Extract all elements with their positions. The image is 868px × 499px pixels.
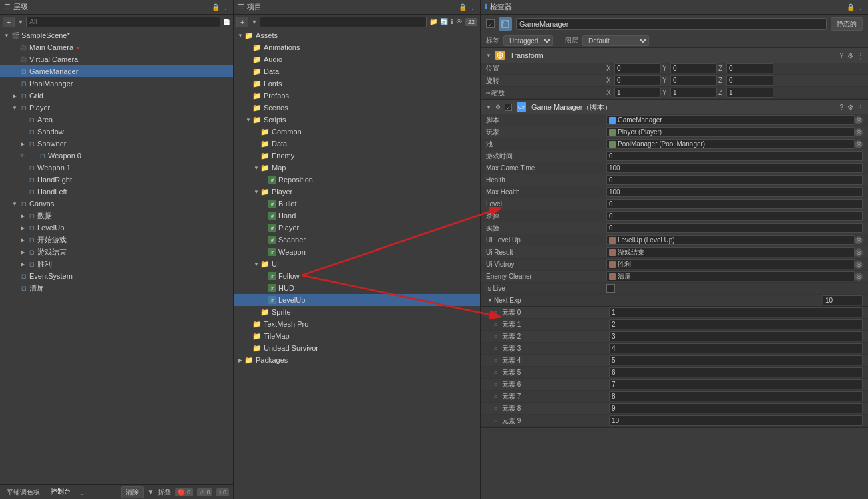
hierarchy-item-canvas[interactable]: ▼ ◻ Canvas [0, 198, 233, 210]
object-name-input[interactable] [516, 18, 827, 30]
project-item-scripts-data[interactable]: 📁 Data [234, 138, 480, 150]
project-item-undead[interactable]: 📁 Undead Survivor [234, 342, 480, 354]
hierarchy-item-grid[interactable]: ▶ ◻ Grid [0, 90, 233, 102]
hierarchy-item-levelup[interactable]: ▶ ◻ LevelUp [0, 222, 233, 234]
hierarchy-add-button[interactable]: + [3, 17, 15, 27]
inspector-more-icon[interactable]: ⋮ [857, 3, 864, 11]
project-menu-icon[interactable]: ☰ [238, 3, 244, 11]
gm-script-circle-btn[interactable]: ◎ [855, 116, 863, 124]
gm-pool-circle-btn[interactable]: ◎ [855, 140, 863, 148]
pos-x-input[interactable] [614, 63, 661, 73]
object-active-checkbox[interactable] [486, 19, 495, 28]
hierarchy-item-handleft[interactable]: ◻ HandLeft [0, 186, 233, 198]
drag-handle-9[interactable]: ≡ [494, 418, 499, 424]
gm-help-icon[interactable]: ? [839, 104, 843, 111]
drag-handle-5[interactable]: ≡ [494, 369, 499, 376]
project-item-ui-folder[interactable]: ▼ 📁 UI [234, 258, 480, 270]
drag-handle-2[interactable]: ≡ [494, 333, 499, 340]
project-item-prefabs[interactable]: 📁 Prefabs [234, 90, 480, 102]
hierarchy-item-game-manager[interactable]: ◻ GameManager [0, 65, 233, 77]
hierarchy-item-spawner[interactable]: ▶ ◻ Spawner [0, 138, 233, 150]
project-item-animations[interactable]: 📁 Animations [234, 41, 480, 53]
drag-handle-3[interactable]: ≡ [494, 345, 499, 352]
gm-uivictory-circle-btn[interactable]: ◎ [855, 261, 863, 269]
hierarchy-icon-a[interactable]: 📄 [223, 19, 230, 25]
hierarchy-item-main-camera[interactable]: 🎥 Main Camera ● [0, 41, 233, 53]
project-more-icon[interactable]: ⋮ [469, 3, 476, 11]
project-item-reposition[interactable]: # Reposition [234, 174, 480, 186]
hierarchy-lock-icon[interactable]: 🔒 [212, 3, 220, 11]
project-item-player-folder[interactable]: ▼ 📁 Player [234, 186, 480, 198]
hierarchy-item-start-game[interactable]: ▶ ◻ 开始游戏 [0, 234, 233, 246]
project-icon-c[interactable]: ℹ [451, 18, 453, 25]
drag-handle-0[interactable]: ≡ [494, 309, 499, 316]
gm-active-checkbox[interactable] [505, 104, 512, 111]
project-item-hand[interactable]: # Hand [234, 210, 480, 222]
hierarchy-item-area[interactable]: ◻ Area [0, 114, 233, 126]
tag-select[interactable]: Untagged [503, 35, 553, 46]
project-item-data[interactable]: 📁 Data [234, 65, 480, 77]
fold-text[interactable]: 折叠 [158, 488, 171, 497]
project-item-enemy[interactable]: 📁 Enemy [234, 150, 480, 162]
project-item-bullet[interactable]: # Bullet [234, 198, 480, 210]
hierarchy-item-game-over[interactable]: ▶ ◻ 游戏结束 [0, 246, 233, 258]
project-item-audio[interactable]: 📁 Audio [234, 53, 480, 65]
scale-x-input[interactable] [614, 88, 661, 98]
rot-x-input[interactable] [614, 75, 661, 86]
gm-enemycleaner-circle-btn[interactable]: ◎ [855, 273, 863, 281]
hierarchy-more-icon[interactable]: ⋮ [222, 3, 229, 11]
hierarchy-item-shadow[interactable]: ◻ Shadow [0, 126, 233, 138]
hierarchy-item-clearscreen[interactable]: ◻ 清屏 [0, 282, 233, 294]
tab-console[interactable]: 控制台 [48, 486, 73, 498]
layer-select[interactable]: Default [582, 35, 649, 46]
hierarchy-item-shujv[interactable]: ▶ ◻ 数据 [0, 210, 233, 222]
hierarchy-item-victory[interactable]: ▶ ◻ 胜利 [0, 258, 233, 270]
scale-link-icon[interactable]: ∞ [486, 90, 490, 96]
rot-z-input[interactable] [726, 75, 773, 86]
project-item-fonts[interactable]: 📁 Fonts [234, 77, 480, 90]
project-item-packages[interactable]: ▶ 📁 Packages [234, 354, 480, 366]
hierarchy-item-eventsystem[interactable]: ◻ EventSystem [0, 270, 233, 282]
game-manager-header[interactable]: ▼ ⚙ C# Game Manager（脚本） ? ⚙ ⋮ [481, 100, 868, 114]
hierarchy-item-player[interactable]: ▼ ◻ Player [0, 102, 233, 114]
weapon0-eye-icon[interactable]: 👁 [19, 152, 28, 159]
hierarchy-item-virtual-camera[interactable]: 🎥 Virtual Camera [0, 53, 233, 65]
project-item-tilemap[interactable]: 📁 TileMap [234, 330, 480, 342]
project-add-button[interactable]: + [236, 17, 248, 27]
gm-uiresult-circle-btn[interactable]: ◎ [855, 248, 863, 257]
scale-y-input[interactable] [670, 88, 717, 98]
drag-handle-8[interactable]: ≡ [494, 405, 499, 412]
project-item-scripts[interactable]: ▼ 📁 Scripts [234, 114, 480, 126]
transform-more-icon[interactable]: ⋮ [857, 52, 864, 59]
project-lock-icon[interactable]: 🔒 [459, 3, 467, 11]
pos-z-input[interactable] [726, 63, 773, 73]
project-item-map[interactable]: ▼ 📁 Map [234, 162, 480, 174]
gm-uilevelup-circle-btn[interactable]: ◎ [855, 236, 863, 244]
project-icon-a[interactable]: 📁 [429, 18, 437, 25]
project-search-input[interactable] [260, 17, 427, 27]
project-item-scenes[interactable]: 📁 Scenes [234, 102, 480, 114]
gm-islive-checkbox[interactable] [606, 284, 615, 293]
project-icon-b[interactable]: 🔄 [440, 18, 448, 25]
transform-header[interactable]: ▼ Transform ? ⚙ ⋮ [481, 48, 868, 63]
gm-more-icon[interactable]: ⋮ [857, 104, 864, 111]
clear-button[interactable]: 清除 [121, 486, 144, 498]
hierarchy-item-weapon1[interactable]: ◻ Weapon 1 [0, 162, 233, 174]
transform-settings-icon[interactable]: ⚙ [847, 52, 853, 59]
project-item-player-script[interactable]: # Player [234, 222, 480, 234]
project-item-weapon-script[interactable]: # Weapon [234, 246, 480, 258]
project-item-textmesh[interactable]: 📁 TextMesh Pro [234, 318, 480, 330]
hierarchy-item-samplescene[interactable]: ▼ 🎬 SampleScene* [0, 29, 233, 41]
project-item-follow[interactable]: # Follow [234, 270, 480, 282]
static-button[interactable]: 静态的 [831, 17, 863, 31]
gm-player-circle-btn[interactable]: ◎ [855, 128, 863, 136]
project-item-assets[interactable]: ▼ 📁 Assets [234, 29, 480, 41]
scale-z-input[interactable] [726, 88, 773, 98]
drag-handle-4[interactable]: ≡ [494, 357, 499, 364]
project-item-common[interactable]: 📁 Common [234, 126, 480, 138]
drag-handle-1[interactable]: ≡ [494, 321, 499, 328]
gm-edit-icon[interactable]: ⚙ [847, 104, 853, 111]
hierarchy-item-handright[interactable]: ◻ HandRight [0, 174, 233, 186]
project-item-levelup-script[interactable]: # LevelUp [234, 294, 480, 306]
hierarchy-item-pool-manager[interactable]: ◻ PoolManager [0, 77, 233, 90]
